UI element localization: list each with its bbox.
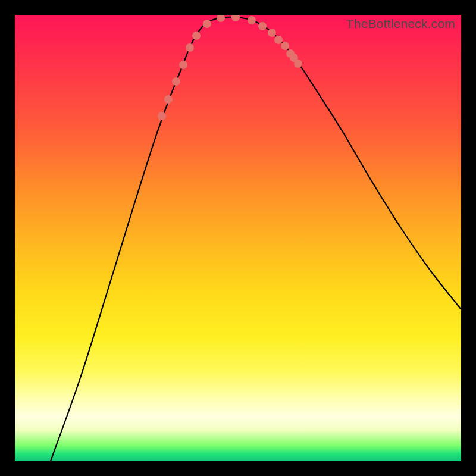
stress-point-marker	[294, 60, 302, 68]
stress-point-marker	[231, 15, 240, 21]
stress-point-marker	[281, 42, 289, 50]
stress-point-marker	[172, 77, 180, 86]
stress-point-markers	[158, 15, 302, 120]
stress-point-marker	[158, 112, 166, 120]
plot-area: TheBottleneck.com	[15, 15, 461, 461]
stress-point-marker	[164, 95, 173, 104]
curve-layer	[15, 15, 461, 461]
stress-point-marker	[268, 29, 276, 37]
stress-point-marker	[186, 43, 194, 52]
stress-point-marker	[179, 61, 187, 69]
stress-point-marker	[248, 16, 256, 24]
bottleneck-curve	[51, 17, 461, 461]
stress-point-marker	[217, 15, 225, 22]
stress-point-marker	[258, 22, 267, 30]
chart-frame: TheBottleneck.com	[0, 0, 476, 476]
stress-point-marker	[192, 32, 201, 40]
stress-point-marker	[274, 36, 283, 44]
stress-point-marker	[203, 20, 211, 28]
